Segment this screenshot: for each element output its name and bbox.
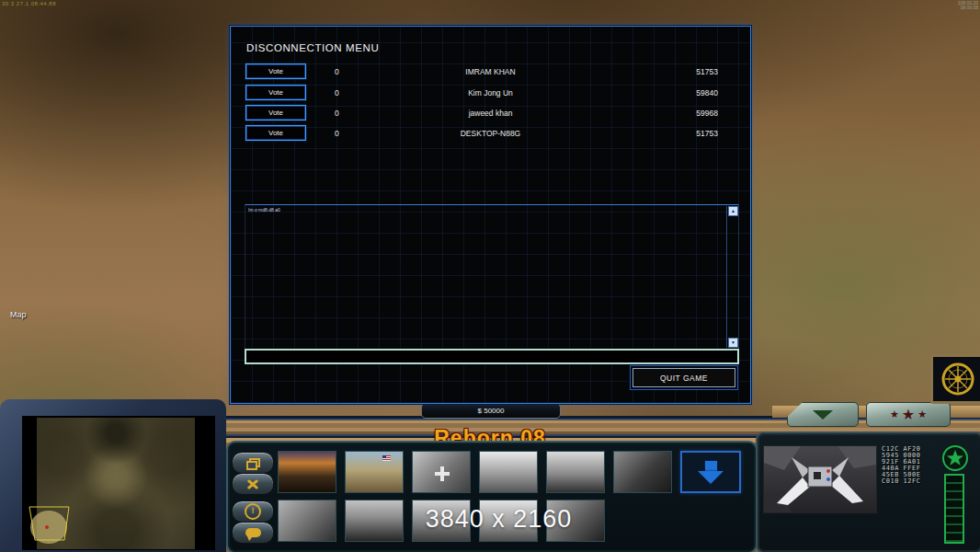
player-ping: 59968: [696, 109, 718, 118]
game-screen: 30.3 27.1 08:44:88 108.00.20 08:00:08 Ma…: [0, 0, 980, 552]
exclamation-icon: [245, 503, 261, 520]
chat-bubble-icon: [245, 528, 261, 537]
map-label: Map: [10, 310, 27, 319]
crossed-tools-icon: [245, 478, 260, 489]
minimap-overlay: [22, 416, 215, 550]
compass-icon[interactable]: [938, 361, 978, 397]
chat-history: Im o md8.d8.a0 ▲ ▼: [245, 204, 739, 350]
minimap-viewport: [22, 416, 215, 550]
collapse-arrow-icon: [813, 410, 833, 420]
quit-game-button[interactable]: QUIT GAME: [632, 368, 735, 387]
down-arrow-icon: [698, 461, 724, 484]
alert-button[interactable]: [232, 500, 274, 523]
build-thumbnail-patriot[interactable]: [479, 451, 538, 493]
build-thumbnail-structure[interactable]: [613, 451, 672, 493]
minimap-panel: [0, 399, 226, 552]
scroll-down-button[interactable]: ▼: [728, 338, 738, 348]
unit-health-gauge: [944, 474, 964, 544]
rank-star-icon: ★: [890, 409, 899, 420]
unit-info-panel: C12C AF20 5945 0000 921F 6A01 440A FFEF …: [756, 431, 980, 552]
debug-text-top-left: 30.3 27.1 08:44:88: [2, 1, 56, 6]
us-flag-icon: [382, 455, 391, 461]
build-thumbnail-supply[interactable]: [278, 500, 336, 542]
money-display: $ 50000: [421, 403, 561, 419]
rank-star-icon: ★: [917, 409, 927, 420]
disconnection-menu-dialog: DISCONNECTION MENU Vote 0 IMRAM KHAN 517…: [230, 26, 751, 404]
general-rank-tab[interactable]: ★ ★ ★: [866, 402, 951, 427]
player-name: jaweed khan: [231, 109, 750, 118]
faction-star-icon: [941, 444, 969, 472]
debug-hex-readout: C12C AF20 5945 0000 921F 6A01 440A FFEF …: [882, 446, 920, 485]
resolution-overlay: 3840 x 2160: [359, 505, 639, 534]
player-name: DESKTOP-N88G: [231, 129, 750, 138]
player-row: Vote 0 DESKTOP-N88G 51753: [231, 125, 750, 142]
windows-button[interactable]: [232, 452, 274, 474]
player-row: Vote 0 Kim Jong Un 59840: [231, 85, 750, 101]
player-name: Kim Jong Un: [231, 88, 750, 98]
build-thumbnail-barracks[interactable]: [345, 451, 404, 493]
chat-button[interactable]: [232, 522, 274, 544]
minimap-unit-dot: [45, 525, 49, 529]
chat-input[interactable]: [245, 349, 739, 364]
debug-line-2: 08:00:08: [958, 6, 978, 10]
radar-options-panel: [930, 354, 980, 404]
chat-scrollbar[interactable]: ▲ ▼: [726, 206, 737, 348]
rank-star-icon: ★: [902, 408, 915, 422]
player-ping: 59840: [696, 88, 718, 98]
helipad-cross-icon: [435, 466, 450, 481]
build-thumbnail-power-plant[interactable]: [278, 451, 336, 493]
dialog-title: DISCONNECTION MENU: [246, 42, 379, 53]
player-row: Vote 0 IMRAM KHAN 51753: [231, 63, 750, 80]
player-name: IMRAM KHAN: [231, 67, 750, 76]
scroll-up-button[interactable]: ▲: [728, 206, 738, 216]
build-thumbnail-helipad[interactable]: [412, 451, 471, 493]
build-thumbnail-artillery[interactable]: [546, 451, 605, 493]
debug-text-top-right: 108.00.20 08:00:08: [958, 1, 978, 10]
money-value: $ 50000: [478, 407, 505, 415]
windows-icon: [246, 458, 260, 468]
spider-mech-image: [764, 446, 876, 512]
page-down-button[interactable]: [680, 451, 741, 493]
command-bar: [226, 441, 758, 552]
repair-button[interactable]: [232, 473, 274, 495]
player-row: Vote 0 jaweed khan 59968: [231, 105, 750, 121]
chat-message: Im o md8.d8.a0: [248, 207, 280, 213]
player-ping: 51753: [696, 67, 718, 76]
player-ping: 51753: [696, 129, 718, 138]
unit-portrait: [763, 445, 877, 513]
